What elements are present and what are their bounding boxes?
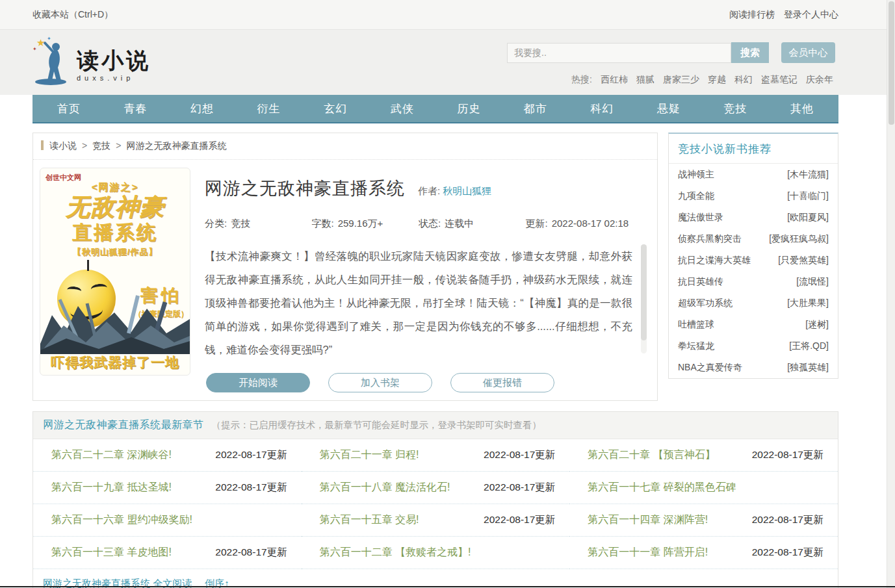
recommend-item: 吐槽篮球 [迷树] [669, 314, 838, 335]
hot-search-link[interactable]: 庆余年 [806, 74, 833, 84]
logo-figure-icon: ★ ✦ ✦ [32, 36, 73, 86]
book-description: 【技术流神豪爽文！】曾经落魄的职业玩家陆天镜因家庭变故，惨遭女友劈腿，却意外获得… [205, 244, 632, 363]
chapter-link[interactable]: 第六百一十三章 羊皮地图! [51, 546, 172, 559]
window-scrollbar-thumb[interactable] [889, 1, 894, 125]
chapter-grid: 第六百二十二章 深渊峡谷! 2022-08-17更新 第六百二十一章 归程! 2… [33, 439, 838, 569]
site-header: ★ ✦ ✦ 读小说 duxs.vip 搜索 会员中心 [0, 30, 895, 95]
nav-item[interactable]: 衍生 [257, 101, 281, 116]
breadcrumb-link[interactable]: 网游之无敌神豪直播系统 [126, 140, 226, 151]
nav-item[interactable]: 历史 [457, 101, 480, 116]
chapter-item: 第六百一十七章 碎裂的黑色石碑 [569, 472, 838, 504]
description-scrollbar[interactable] [641, 244, 647, 353]
recommend-item: 魔法傲世录 [欧阳夏风] [669, 207, 838, 228]
recommend-book-link[interactable]: 战神领主 [678, 169, 714, 181]
nav-item[interactable]: 悬疑 [657, 101, 681, 116]
nav-item[interactable]: 首页 [57, 101, 81, 116]
recommend-book-author: [爱疯狂疯鸟叔] [769, 233, 829, 245]
chapter-item: 第六百一十六章 盟约冲级奖励! [33, 504, 302, 537]
recommend-book-link[interactable]: 魔法傲世录 [678, 212, 723, 224]
chapter-link[interactable]: 第六百一十八章 魔法活化石! [320, 481, 450, 494]
report-error-button[interactable]: 催更报错 [450, 373, 554, 392]
chapter-item: 第六百二十章 【预言神石】 2022-08-17更新 [569, 439, 838, 472]
logo-title: 读小说 [77, 49, 151, 73]
book-title: 网游之无敌神豪直播系统 [205, 177, 405, 200]
recommend-book-link[interactable]: 侦察兵黑豹突击 [678, 233, 742, 245]
add-to-shelf-button[interactable]: 加入书架 [328, 373, 432, 392]
hot-search-link[interactable]: 唐家三少 [663, 74, 699, 84]
chapter-item: 第六百一十八章 魔法活化石! 2022-08-17更新 [302, 472, 570, 504]
recommend-item: 抗日英雄传 [流氓怪] [669, 271, 838, 292]
recommend-book-author: [木牛流猫] [787, 169, 829, 181]
chapter-link[interactable]: 第六百二十一章 归程! [320, 448, 419, 462]
recommend-book-link[interactable]: 抗日英雄传 [678, 276, 723, 288]
recommend-book-link[interactable]: 超级军功系统 [678, 298, 733, 309]
chapters-hint: （提示：已启用缓存技术，最新章节可能会延时显示，登录书架即可实时查看） [212, 419, 542, 431]
recommend-book-link[interactable]: 拳坛猛龙 [678, 340, 714, 352]
breadcrumb-link[interactable]: 读小说 [49, 140, 77, 151]
search-input[interactable] [507, 43, 731, 63]
chapter-date: 2022-08-17更新 [215, 448, 287, 462]
chapter-link[interactable]: 第六百一十二章 【救赎者之戒】! [320, 546, 471, 559]
chapter-link[interactable]: 第六百二十二章 深渊峡谷! [51, 448, 172, 462]
star-icon: ✦ [47, 36, 51, 42]
chapter-link[interactable]: 第六百二十章 【预言神石】 [588, 448, 715, 462]
recommend-item: 侦察兵黑豹突击 [爱疯狂疯鸟叔] [669, 228, 838, 249]
nav-item[interactable]: 科幻 [590, 101, 614, 116]
hot-search-link[interactable]: 猫腻 [636, 74, 655, 84]
start-reading-button[interactable]: 开始阅读 [206, 373, 310, 392]
member-center-button[interactable]: 会员中心 [781, 42, 835, 63]
chapter-link[interactable]: 第六百一十一章 阵营开启! [588, 546, 708, 559]
chapter-link[interactable]: 第六百一十六章 盟约冲级奖励! [51, 513, 192, 527]
recommend-book-author: [流氓怪] [796, 276, 829, 288]
topbar-link[interactable]: 登录个人中心 [784, 9, 838, 19]
chapter-date: 2022-08-17更新 [484, 448, 555, 462]
search-button[interactable]: 搜索 [731, 42, 769, 63]
recommend-book-link[interactable]: 九项全能 [678, 190, 714, 202]
hot-search-link[interactable]: 盗墓笔记 [761, 74, 798, 84]
description-scrollbar-thumb[interactable] [641, 244, 647, 340]
chapter-link[interactable]: 第六百一十五章 交易! [320, 513, 419, 527]
book-cover[interactable]: 创世中文网 <网游之> 无敌神豪 直播系统 【秋明山狐狸/作品】 害怕 （神豪限… [40, 168, 190, 376]
recommend-title: 竞技小说新书推荐 [669, 134, 838, 164]
cover-line4: 【秋明山狐狸/作品】 [40, 246, 190, 258]
site-logo[interactable]: ★ ✦ ✦ 读小说 duxs.vip [32, 36, 151, 86]
hot-search-link[interactable]: 穿越 [708, 74, 726, 84]
recommend-book-link[interactable]: NBA之真爱传奇 [678, 362, 742, 374]
topbar-link[interactable]: 阅读排行榜 [729, 9, 775, 19]
star-icon: ✦ [32, 47, 37, 52]
nav-item[interactable]: 玄幻 [324, 101, 347, 116]
chapter-date: 2022-08-17更新 [484, 481, 555, 494]
chapters-title: 网游之无敌神豪直播系统最新章节 [43, 418, 204, 432]
nav-item[interactable]: 武侠 [391, 101, 414, 116]
chapter-item: 第六百一十二章 【救赎者之戒】! [302, 537, 570, 569]
chapter-date: 2022-08-17更新 [215, 546, 287, 559]
breadcrumb: 读小说>竞技>网游之无敌神豪直播系统> [33, 133, 657, 160]
hot-search-links: 西红柿猫腻唐家三少穿越科幻盗墓笔记庆余年 [592, 74, 833, 84]
author-label: 作者: [418, 185, 440, 198]
window-scrollbar[interactable] [887, 0, 895, 588]
recommend-list: 战神领主 [木牛流猫] 九项全能 [十喜临门] 魔法傲世录 [欧阳夏风] 侦察兵… [669, 164, 838, 378]
nav-item[interactable]: 竞技 [723, 101, 747, 116]
chapter-link[interactable]: 第六百一十九章 抵达圣城! [51, 481, 172, 494]
recommend-item: 九项全能 [十喜临门] [669, 185, 838, 207]
breadcrumb-link[interactable]: 竞技 [92, 140, 110, 151]
latest-chapters-panel: 网游之无敌神豪直播系统最新章节 （提示：已启用缓存技术，最新章节可能会延时显示，… [32, 411, 838, 588]
cover-line2: 无敌神豪 [40, 194, 190, 222]
hot-search-link[interactable]: 西红柿 [601, 74, 628, 84]
chapter-date: 2022-08-17更新 [752, 546, 824, 559]
hot-search-link[interactable]: 科幻 [734, 74, 753, 84]
recommend-book-link[interactable]: 吐槽篮球 [678, 319, 714, 331]
chapter-link[interactable]: 第六百一十七章 碎裂的黑色石碑 [588, 481, 736, 494]
nav-item[interactable]: 幻想 [190, 101, 214, 116]
nav-item[interactable]: 其他 [790, 101, 814, 116]
recommend-book-author: [十喜临门] [787, 190, 829, 202]
chapter-link[interactable]: 第六百一十四章 深渊阵营! [588, 513, 708, 527]
author-link[interactable]: 秋明山狐狸 [443, 185, 491, 198]
recommend-book-author: [迷树] [805, 319, 829, 331]
chapter-date: 2022-08-17更新 [215, 481, 287, 494]
meta-item: 状态:连载中 [419, 218, 526, 230]
recommend-book-link[interactable]: 抗日之谍海大英雄 [678, 255, 751, 266]
nav-item[interactable]: 青春 [124, 101, 148, 116]
favorite-site-link[interactable]: 收藏本站（Ctrl+D） [32, 9, 113, 21]
nav-item[interactable]: 都市 [524, 101, 547, 116]
